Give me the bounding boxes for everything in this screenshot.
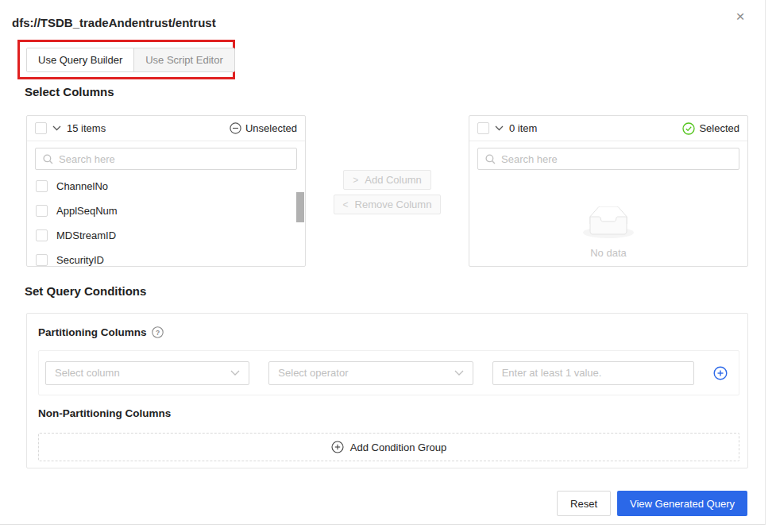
add-column-label: Add Column	[365, 174, 422, 186]
target-status: Selected	[682, 122, 739, 135]
non-partitioning-columns-label: Non-Partitioning Columns	[38, 407, 171, 419]
list-item[interactable]: SecurityID	[35, 248, 297, 272]
source-count-label: 15 items	[67, 122, 106, 134]
source-status-label: Unselected	[245, 122, 297, 134]
list-item[interactable]: ChannelNo	[35, 174, 297, 199]
column-label: ApplSeqNum	[56, 205, 118, 217]
operator-select-placeholder: Select operator	[278, 367, 348, 379]
target-panel-body: No data	[469, 141, 747, 267]
modal-footer: Reset View Generated Query	[557, 491, 747, 516]
non-partitioning-columns-text: Non-Partitioning Columns	[38, 407, 171, 419]
transfer-buttons: > Add Column < Remove Column	[307, 170, 468, 214]
add-condition-group-button[interactable]: Add Condition Group	[38, 433, 739, 461]
partitioning-columns-label: Partitioning Columns ?	[38, 326, 164, 338]
column-label: ChannelNo	[56, 180, 108, 192]
column-select[interactable]: Select column	[45, 361, 249, 385]
editor-mode-tabs: Use Query Builder Use Script Editor	[26, 48, 235, 72]
view-generated-query-button[interactable]: View Generated Query	[617, 491, 747, 516]
source-panel-header: 15 items Unselected	[27, 116, 305, 141]
list-item[interactable]: ApplSeqNum	[35, 199, 297, 223]
modal-title: dfs://TSDB_tradeAndentrust/entrust	[12, 16, 216, 29]
empty-inbox-icon	[583, 206, 634, 239]
operator-select[interactable]: Select operator	[268, 361, 473, 385]
chevron-left-icon: <	[343, 199, 349, 210]
target-columns-panel: 0 item Selected No data	[469, 115, 748, 267]
column-checkbox[interactable]	[36, 180, 48, 192]
check-circle-icon	[682, 122, 695, 135]
remove-column-button[interactable]: < Remove Column	[334, 195, 442, 214]
plus-circle-icon	[331, 441, 344, 453]
source-panel-body: ChannelNo ApplSeqNum MDStreamID Security…	[27, 141, 305, 267]
target-panel-header: 0 item Selected	[469, 116, 747, 141]
empty-state: No data	[469, 206, 747, 259]
source-search-box	[35, 148, 297, 170]
tab-use-query-builder[interactable]: Use Query Builder	[27, 48, 134, 71]
column-checkbox[interactable]	[36, 254, 48, 266]
add-column-button[interactable]: > Add Column	[343, 170, 431, 190]
source-columns-panel: 15 items Unselected ChannelNo ApplSeqNum	[26, 115, 306, 267]
conditions-panel: Partitioning Columns ? Select column Sel…	[26, 313, 748, 468]
query-builder-modal: dfs://TSDB_tradeAndentrust/entrust × Use…	[0, 0, 766, 525]
target-search-box	[477, 148, 739, 170]
source-select-all-checkbox[interactable]	[35, 122, 47, 134]
source-list-scrollbar[interactable]	[296, 192, 304, 222]
condition-value-input[interactable]	[493, 362, 693, 384]
column-label: MDStreamID	[56, 229, 116, 241]
select-columns-heading: Select Columns	[25, 85, 114, 98]
reset-button[interactable]: Reset	[557, 491, 611, 516]
query-conditions-heading: Set Query Conditions	[25, 284, 146, 298]
remove-column-label: Remove Column	[355, 199, 432, 210]
value-input-wrap	[492, 361, 694, 385]
minus-circle-icon	[230, 122, 241, 134]
partitioning-columns-text: Partitioning Columns	[38, 326, 147, 338]
search-icon	[485, 154, 496, 164]
target-select-all-checkbox[interactable]	[477, 122, 489, 134]
chevron-down-icon	[454, 370, 464, 376]
question-circle-icon[interactable]: ?	[152, 326, 164, 338]
svg-text:?: ?	[155, 329, 159, 337]
target-search-input[interactable]	[501, 153, 732, 165]
source-status: Unselected	[230, 122, 297, 134]
add-condition-icon[interactable]	[713, 366, 728, 380]
source-column-list: ChannelNo ApplSeqNum MDStreamID Security…	[35, 174, 297, 272]
column-select-placeholder: Select column	[55, 367, 120, 379]
plus-circle-icon	[713, 366, 728, 380]
partition-condition-row: Select column Select operator	[38, 350, 739, 395]
chevron-down-icon[interactable]	[495, 125, 504, 131]
empty-text: No data	[590, 247, 627, 259]
chevron-right-icon: >	[353, 175, 358, 186]
target-status-label: Selected	[699, 122, 739, 134]
column-checkbox[interactable]	[36, 229, 48, 241]
search-icon	[43, 154, 53, 164]
source-search-input[interactable]	[59, 153, 289, 165]
column-label: SecurityID	[56, 254, 104, 266]
list-item[interactable]: MDStreamID	[35, 223, 297, 248]
close-icon[interactable]: ×	[732, 8, 749, 25]
add-condition-group-label: Add Condition Group	[350, 441, 446, 453]
chevron-down-icon	[230, 370, 240, 376]
column-checkbox[interactable]	[36, 205, 48, 217]
target-count-label: 0 item	[509, 122, 537, 134]
chevron-down-icon[interactable]	[52, 125, 61, 131]
tab-use-script-editor[interactable]: Use Script Editor	[134, 48, 234, 71]
